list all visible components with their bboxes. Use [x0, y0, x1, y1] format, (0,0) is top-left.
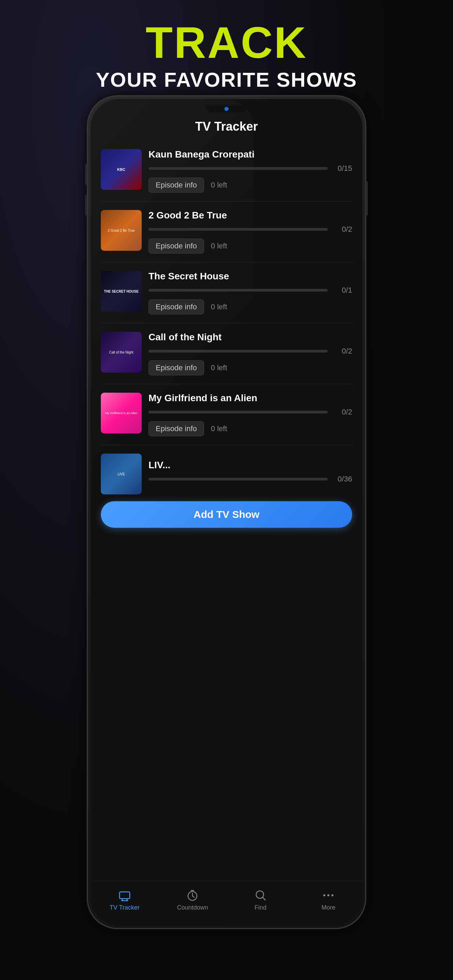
progress-row-secret: 0/1	[148, 286, 352, 295]
phone-frame: TV Tracker KBC Kaun Banega Crorepati	[87, 95, 366, 929]
progress-count-kbc: 0/15	[332, 164, 352, 173]
nav-label-tv-tracker: TV Tracker	[110, 904, 140, 911]
show-title-2good: 2 Good 2 Be True	[148, 210, 352, 221]
show-thumb-gfalien: My Girlfriend is an Alien	[101, 393, 142, 434]
show-item-gfalien: My Girlfriend is an Alien My Girlfriend …	[101, 384, 352, 445]
episode-info-btn-2good[interactable]: Episode info	[148, 239, 204, 253]
add-tv-show-button[interactable]: Add TV Show	[101, 501, 352, 528]
partial-title-liv: LIV...	[148, 460, 352, 471]
show-item-callnight: Call of the Night Call of the Night 0/2	[101, 323, 352, 384]
progress-row-2good: 0/2	[148, 225, 352, 234]
partial-info-liv: LIV... 0/36	[148, 460, 352, 488]
show-row-gfalien: My Girlfriend is an Alien My Girlfriend …	[101, 393, 352, 436]
progress-bar-bg-secret	[148, 289, 328, 292]
show-info-kbc: Kaun Banega Crorepati 0/15 Episode inf	[148, 149, 352, 192]
episode-row-callnight: Episode info 0 left	[148, 360, 352, 375]
side-button-vol-up	[85, 164, 87, 185]
progress-count-secret: 0/1	[332, 286, 352, 295]
show-row-kbc: KBC Kaun Banega Crorepati 0/15	[101, 149, 352, 192]
app-title: TV Tracker	[91, 119, 362, 134]
svg-line-9	[263, 897, 265, 900]
show-title-secret: The Secret House	[148, 271, 352, 282]
episodes-left-gfalien: 0 left	[211, 424, 227, 433]
progress-row-callnight: 0/2	[148, 347, 352, 356]
show-row-secret: THE SECRET HOUSE The Secret House 0/1	[101, 271, 352, 314]
progress-bar-bg-kbc	[148, 167, 328, 170]
show-info-2good: 2 Good 2 Be True 0/2 Episode info	[148, 210, 352, 253]
show-item-partial-liv: LIVE LIV... 0/36	[91, 445, 362, 498]
nav-item-more[interactable]: More	[295, 888, 363, 911]
tv-tracker-icon	[116, 888, 133, 902]
show-thumb-2good: 2 Good 2 Be True	[101, 210, 142, 251]
show-thumb-live: LIVE	[101, 453, 142, 495]
episode-row-2good: Episode info 0 left	[148, 239, 352, 253]
svg-point-10	[323, 894, 325, 896]
episode-info-btn-secret[interactable]: Episode info	[148, 299, 204, 314]
show-title-gfalien: My Girlfriend is an Alien	[148, 393, 352, 404]
progress-bar-bg-2good	[148, 228, 328, 231]
episodes-left-2good: 0 left	[211, 242, 227, 250]
episode-info-btn-gfalien[interactable]: Episode info	[148, 421, 204, 436]
hero-track-text: TRACK	[0, 21, 453, 65]
show-thumb-secret: THE SECRET HOUSE	[101, 271, 142, 312]
show-thumb-callnight: Call of the Night	[101, 332, 142, 372]
hero-section: TRACK YOUR FAVORITE SHOWS	[0, 21, 453, 92]
show-info-callnight: Call of the Night 0/2 Episode info	[148, 332, 352, 375]
episode-row-secret: Episode info 0 left	[148, 299, 352, 314]
side-button-power	[366, 181, 368, 215]
episode-row-kbc: Episode info 0 left	[148, 178, 352, 192]
show-title-kbc: Kaun Banega Crorepati	[148, 149, 352, 160]
camera-dot	[225, 107, 228, 111]
nav-item-find[interactable]: Find	[226, 888, 295, 911]
svg-rect-0	[120, 892, 130, 899]
add-button-container: Add TV Show	[101, 501, 352, 528]
progress-bar-bg-liv	[148, 478, 328, 480]
side-button-vol-down	[85, 195, 87, 215]
episodes-left-callnight: 0 left	[211, 363, 227, 372]
nav-item-tv-tracker[interactable]: TV Tracker	[91, 888, 159, 911]
nav-label-find: Find	[254, 904, 266, 911]
progress-count-2good: 0/2	[332, 225, 352, 234]
phone-mockup: TV Tracker KBC Kaun Banega Crorepati	[87, 95, 366, 929]
phone-screen: TV Tracker KBC Kaun Banega Crorepati	[91, 99, 362, 925]
svg-point-11	[327, 894, 329, 896]
show-thumb-kbc: KBC	[101, 149, 142, 190]
progress-bar-bg-callnight	[148, 350, 328, 353]
show-row-2good: 2 Good 2 Be True 2 Good 2 Be True 0/2	[101, 210, 352, 253]
nav-label-countdown: Countdown	[177, 904, 208, 911]
find-icon	[252, 888, 269, 902]
show-info-secret: The Secret House 0/1 Episode info	[148, 271, 352, 314]
progress-count-callnight: 0/2	[332, 347, 352, 356]
show-item-2good: 2 Good 2 Be True 2 Good 2 Be True 0/2	[101, 202, 352, 262]
show-list: KBC Kaun Banega Crorepati 0/15	[91, 140, 362, 445]
progress-row-gfalien: 0/2	[148, 408, 352, 417]
progress-count-gfalien: 0/2	[332, 408, 352, 417]
episode-info-btn-callnight[interactable]: Episode info	[148, 360, 204, 375]
episode-info-btn-kbc[interactable]: Episode info	[148, 178, 204, 192]
episodes-left-secret: 0 left	[211, 302, 227, 311]
svg-line-6	[193, 896, 194, 897]
progress-bar-bg-gfalien	[148, 411, 328, 414]
svg-point-12	[332, 894, 333, 896]
nav-item-countdown[interactable]: Countdown	[159, 888, 227, 911]
notch	[206, 105, 247, 113]
show-title-callnight: Call of the Night	[148, 332, 352, 343]
show-item-kbc: KBC Kaun Banega Crorepati 0/15	[101, 140, 352, 202]
progress-row-kbc: 0/15	[148, 164, 352, 173]
scroll-area: TV Tracker KBC Kaun Banega Crorepati	[91, 99, 362, 881]
episodes-left-kbc: 0 left	[211, 181, 227, 189]
countdown-icon	[184, 888, 201, 902]
show-item-secret: THE SECRET HOUSE The Secret House 0/1	[101, 262, 352, 323]
episode-row-gfalien: Episode info 0 left	[148, 421, 352, 436]
add-section: LIVE LIV... 0/36	[91, 445, 362, 528]
progress-row-liv: 0/36	[148, 475, 352, 484]
screen-content: TV Tracker KBC Kaun Banega Crorepati	[91, 99, 362, 925]
show-row-callnight: Call of the Night Call of the Night 0/2	[101, 332, 352, 375]
more-icon	[320, 888, 337, 902]
progress-count-liv: 0/36	[332, 475, 352, 484]
hero-subtitle-text: YOUR FAVORITE SHOWS	[0, 68, 453, 92]
nav-label-more: More	[322, 904, 335, 911]
bottom-nav: TV Tracker Countdown	[91, 881, 362, 925]
show-info-gfalien: My Girlfriend is an Alien 0/2 Episode	[148, 393, 352, 436]
